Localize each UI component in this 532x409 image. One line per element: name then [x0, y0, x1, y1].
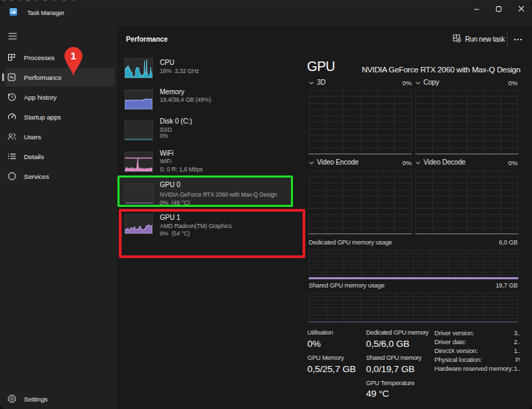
svg-text:1: 1: [70, 50, 76, 61]
